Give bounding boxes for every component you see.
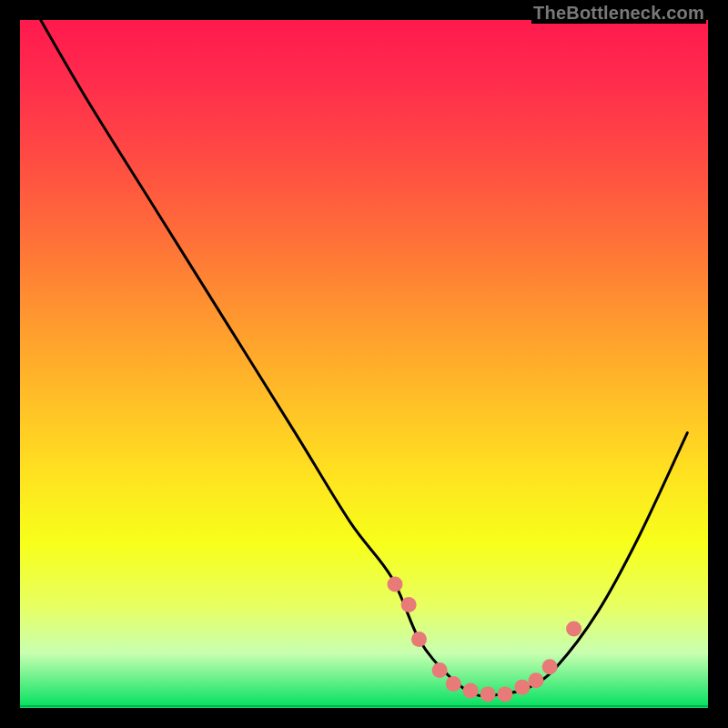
data-marker [480,686,496,702]
marker-group [388,576,582,702]
chart-frame: TheBottleneck.com [0,0,728,728]
data-marker [432,662,448,678]
bottleneck-curve [41,20,688,696]
data-marker [401,597,417,612]
attribution-text: TheBottleneck.com [531,3,706,24]
data-marker [497,686,512,702]
chart-svg [20,20,708,708]
data-marker [463,683,479,699]
data-marker [542,659,558,674]
plot-area [20,20,708,708]
data-marker [566,622,581,637]
data-marker [388,576,403,592]
data-marker [529,672,544,688]
data-marker [514,680,530,695]
data-marker [411,632,427,647]
data-marker [446,676,461,692]
